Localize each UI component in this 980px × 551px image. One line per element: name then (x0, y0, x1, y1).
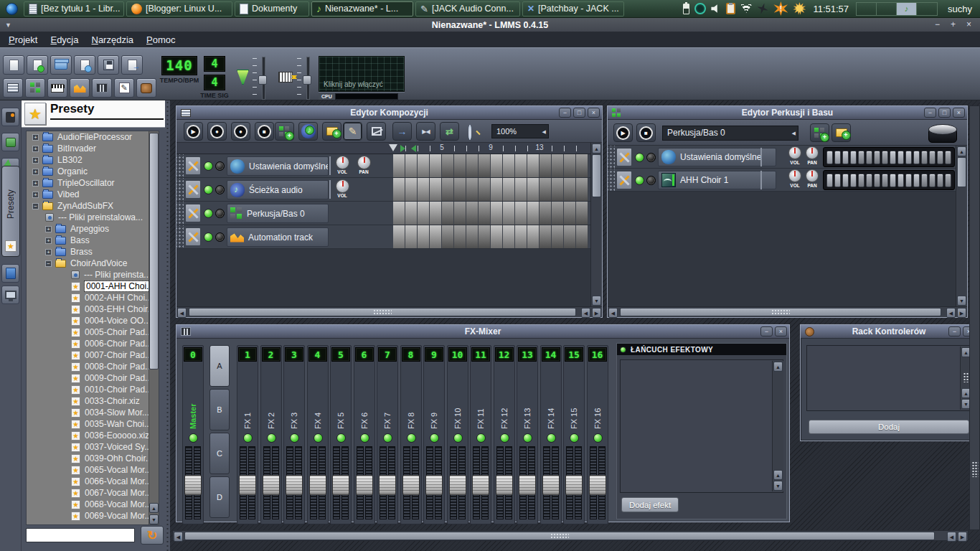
track-grip[interactable] (176, 202, 184, 225)
close-button[interactable]: × (775, 326, 787, 336)
led-icon[interactable] (407, 433, 416, 443)
scroll-down-icon[interactable]: ▼ (149, 514, 159, 524)
bar-cell[interactable] (418, 202, 430, 225)
vol-knob[interactable] (336, 156, 349, 169)
bar-cell[interactable] (576, 225, 588, 248)
fader-handle-icon[interactable] (472, 475, 489, 495)
tree-item[interactable]: ★0002-AHH Choi... (27, 292, 159, 303)
tree-expander-icon[interactable]: + (32, 180, 39, 187)
beat-editor-titlebar[interactable]: Edytor Perkusji i Basu −□× (608, 106, 967, 120)
beat-cell[interactable] (945, 151, 951, 164)
add-effect-button[interactable]: Dodaj efekt (621, 497, 679, 512)
fx-channel-strip[interactable]: 8FX 8 (400, 345, 422, 524)
tree-item[interactable]: +AudioFileProcessor (27, 131, 159, 143)
tree-item[interactable]: ★0034-Slow Mor... (27, 407, 159, 418)
led-icon[interactable] (360, 433, 369, 443)
pan-knob[interactable] (806, 146, 819, 159)
beat-cell[interactable] (826, 174, 833, 187)
capture-icon[interactable] (694, 3, 706, 14)
sidebar-tab-computer[interactable] (1, 286, 19, 304)
tree-expander-icon[interactable]: − (45, 260, 52, 267)
tree-item[interactable]: ★0003-EHH Choir... (27, 303, 159, 315)
timesig-numerator-display[interactable]: 4 (204, 56, 225, 72)
led-icon[interactable] (383, 433, 392, 443)
fx-channel-fader[interactable] (542, 446, 560, 518)
bar-cell[interactable] (442, 178, 454, 201)
menu-item-projekt[interactable]: Projekt (7, 33, 39, 47)
tree-item[interactable]: ★0037-Voiced Sy... (27, 441, 159, 453)
mute-led-icon[interactable] (204, 232, 213, 242)
led-icon[interactable] (476, 433, 486, 443)
led-icon[interactable] (500, 433, 509, 443)
bar-cell[interactable] (454, 225, 466, 248)
beat-cell[interactable] (945, 174, 951, 187)
controller-rack-button[interactable] (136, 78, 156, 98)
workspace-cell[interactable] (917, 3, 937, 15)
fader-handle-icon[interactable] (184, 475, 202, 495)
bar-cell[interactable] (479, 154, 491, 177)
volume-icon[interactable] (711, 4, 721, 14)
taskbar-window-button[interactable]: Dokumenty (235, 1, 309, 17)
track-segment-area[interactable] (393, 225, 588, 248)
bar-cell[interactable] (479, 178, 491, 201)
track-grip[interactable] (608, 169, 615, 191)
close-button[interactable]: × (966, 19, 971, 31)
bar-cell[interactable] (552, 225, 564, 248)
led-icon[interactable] (523, 433, 532, 443)
beat-cell[interactable] (913, 151, 920, 164)
bar-cell[interactable] (540, 202, 552, 225)
bar-cell[interactable] (540, 178, 552, 201)
scrollbar-thumb[interactable] (592, 154, 601, 197)
beat-cell[interactable] (913, 174, 920, 187)
bar-cell[interactable] (442, 154, 454, 177)
fader-handle-icon[interactable] (425, 475, 443, 495)
track-name-button[interactable]: Ustawienia domyślne (227, 156, 329, 176)
tree-item[interactable]: ★0068-Vocal Mor... (27, 499, 159, 510)
beat-cell[interactable] (929, 151, 936, 164)
beat-cell[interactable] (834, 174, 841, 187)
pan-knob[interactable] (357, 156, 371, 169)
tree-item[interactable]: +Organic (27, 166, 159, 177)
new-project-button[interactable] (3, 55, 24, 75)
bar-cell[interactable] (418, 178, 430, 201)
scrollbar-thumb[interactable] (957, 157, 966, 187)
refresh-button[interactable]: ↻ (141, 526, 164, 545)
scroll-up-icon[interactable]: ▲ (149, 503, 159, 513)
app-menu-button[interactable] (4, 1, 19, 17)
taskbar-window-button[interactable]: ✕[Patchbay - JACK ... (522, 1, 624, 17)
pan-knob[interactable] (806, 169, 819, 182)
bar-cell[interactable] (405, 225, 418, 248)
bar-cell[interactable] (503, 178, 515, 201)
taskbar-window-button[interactable]: ♪Nienazwane* - L... (311, 1, 413, 17)
tree-expander-icon[interactable]: + (32, 157, 39, 164)
fader-handle-icon[interactable] (356, 475, 373, 495)
bar-cell[interactable] (393, 202, 405, 225)
fx-channel-strip[interactable]: 3FX 3 (283, 345, 305, 524)
taskbar-window-button[interactable]: ✎[JACK Audio Conn... (415, 1, 520, 17)
sidebar-tab-instruments[interactable] (1, 108, 19, 126)
fx-channel-fader[interactable] (472, 446, 489, 518)
menu-item-pomoc[interactable]: Pomoc (145, 33, 176, 47)
open-project-button[interactable] (50, 55, 72, 75)
scrollbar-thumb[interactable] (620, 308, 941, 316)
beat-cell[interactable] (834, 151, 841, 164)
scrollbar-thumb[interactable] (184, 532, 935, 540)
vol-knob[interactable] (788, 146, 801, 159)
playhead-icon[interactable] (389, 144, 397, 151)
automation-editor-button[interactable] (70, 78, 90, 98)
beat-cell[interactable] (866, 174, 872, 187)
maximize-button[interactable]: + (951, 19, 956, 31)
beat-cell[interactable] (882, 151, 888, 164)
bar-cell[interactable] (405, 154, 418, 177)
solo-led-icon[interactable] (646, 176, 656, 185)
fx-channel-fader[interactable] (239, 446, 256, 518)
export-project-button[interactable] (121, 55, 143, 75)
fader-handle-icon[interactable] (286, 475, 303, 495)
track-segment-area[interactable] (393, 154, 588, 177)
minimize-button[interactable]: − (760, 326, 773, 336)
tree-expander-icon[interactable]: + (45, 237, 52, 244)
led-icon[interactable] (620, 347, 626, 353)
bar-cell[interactable] (393, 178, 405, 201)
solo-led-icon[interactable] (215, 185, 225, 194)
tree-item[interactable]: +BitInvader (27, 143, 159, 154)
